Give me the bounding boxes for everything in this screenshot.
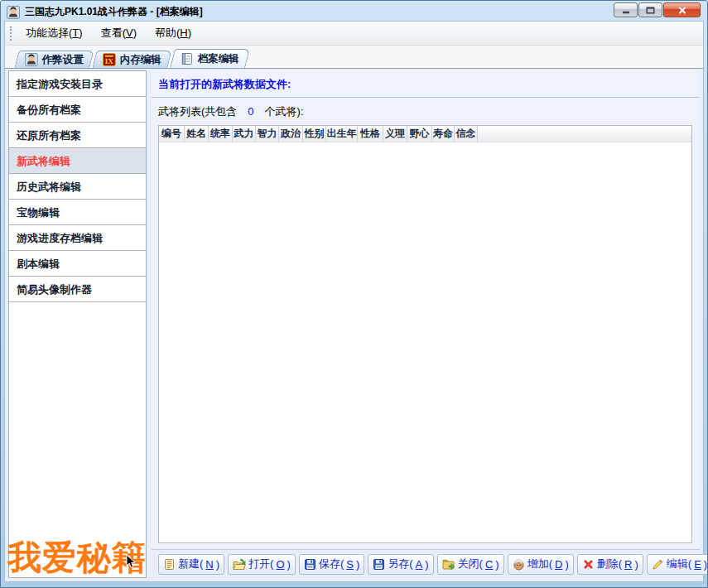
delete-x-icon [582, 558, 595, 571]
button-label: ) [356, 558, 359, 571]
column-header-politics[interactable]: 政治 [279, 126, 303, 142]
sidebar-item-portrait-maker[interactable]: 简易头像制作器 [9, 277, 146, 302]
button-label: ) [425, 558, 428, 571]
footer-toolbar: 新建(N) 打开(O) 保存(S) 另存(A) [152, 550, 700, 578]
content-area: 指定游戏安装目录 备份所有档案 还原所有档案 新武将编辑 历史武将编辑 宝物编辑… [5, 68, 703, 581]
tab-strip: 作弊设置 IX 内存编辑 档案编辑 [5, 46, 703, 68]
column-header-gender[interactable]: 性别 [303, 126, 326, 142]
officer-table: 编号 姓名 统率 武力 智力 政治 性别 出生年 性格 义理 野心 寿命 信念 [158, 125, 692, 543]
close-button[interactable] [663, 2, 701, 17]
column-header-filler [478, 126, 691, 142]
menu-label: 查看( [101, 27, 126, 39]
game-logo-icon: IX [103, 53, 116, 66]
minimize-icon [622, 7, 630, 14]
add-officer-icon [513, 558, 525, 571]
column-header-lifespan[interactable]: 寿命 [432, 126, 455, 142]
svg-text:IX: IX [105, 57, 114, 65]
button-mnemonic: O [276, 558, 284, 571]
tab-cheat-settings[interactable]: 作弊设置 [14, 51, 94, 68]
sidebar-item-treasure-edit[interactable]: 宝物编辑 [9, 200, 146, 225]
officer-list-label: 武将列表(共包含0个武将): [152, 98, 700, 123]
sidebar-item-install-dir[interactable]: 指定游戏安装目录 [9, 71, 146, 97]
tab-archive-edit[interactable]: 档案编辑 [170, 49, 250, 68]
tab-label: 档案编辑 [198, 52, 239, 66]
button-label: 编辑( [667, 557, 691, 571]
button-label: 保存( [319, 557, 344, 571]
button-label: 增加( [527, 557, 552, 571]
character-portrait-icon [25, 53, 38, 66]
menu-label: 功能选择( [26, 27, 72, 39]
tab-memory-edit[interactable]: IX 内存编辑 [92, 51, 171, 68]
sidebar-item-new-officer-edit[interactable]: 新武将编辑 [9, 148, 146, 174]
column-header-intellect[interactable]: 智力 [256, 126, 279, 142]
button-mnemonic: R [624, 558, 632, 571]
sidebar-item-savegame-edit[interactable]: 游戏进度存档编辑 [9, 225, 146, 251]
button-label: ) [495, 558, 498, 571]
table-header-row: 编号 姓名 统率 武力 智力 政治 性别 出生年 性格 义理 野心 寿命 信念 [159, 126, 691, 142]
open-folder-icon [233, 558, 246, 571]
maximize-icon [646, 7, 655, 14]
sidebar-item-scenario-edit[interactable]: 剧本编辑 [9, 251, 146, 277]
table-body-empty[interactable] [159, 142, 691, 542]
button-label: 删除( [597, 557, 622, 571]
edit-button[interactable]: 编辑(E) [647, 554, 708, 575]
button-mnemonic: A [416, 558, 423, 571]
column-header-personality[interactable]: 性格 [358, 126, 383, 142]
sidebar-item-history-officer-edit[interactable]: 历史武将编辑 [9, 174, 146, 200]
save-as-button[interactable]: 另存(A) [368, 554, 433, 575]
close-file-icon [442, 558, 455, 571]
button-mnemonic: S [346, 558, 354, 571]
column-header-name[interactable]: 姓名 [185, 126, 209, 142]
button-mnemonic: D [555, 558, 562, 571]
button-label: ) [287, 558, 291, 571]
column-header-birth-year[interactable]: 出生年 [326, 126, 358, 142]
button-label: 关闭( [458, 557, 483, 571]
column-header-honor[interactable]: 义理 [383, 126, 407, 142]
window-body: 功能选择(T) 查看(V) 帮助(H) 作弊设置 IX [4, 21, 704, 582]
officer-count: 0 [248, 105, 253, 118]
button-label: 另存( [388, 557, 412, 571]
column-header-number[interactable]: 编号 [159, 126, 185, 142]
menu-mnemonic: V [126, 27, 133, 39]
button-label: 打开( [248, 557, 273, 571]
menu-view[interactable]: 查看(V) [92, 22, 146, 45]
current-file-label: 当前打开的新武将数据文件: [152, 70, 700, 97]
close-icon [678, 7, 686, 14]
button-label: 新建( [178, 557, 203, 571]
button-mnemonic: C [485, 558, 493, 571]
maximize-button[interactable] [638, 2, 662, 17]
save-button[interactable]: 保存(S) [299, 554, 364, 575]
column-header-war[interactable]: 武力 [233, 126, 256, 142]
tab-label: 内存编辑 [120, 53, 161, 67]
new-document-icon [163, 558, 176, 571]
menu-help[interactable]: 帮助(H) [146, 22, 200, 45]
save-as-disk-icon [373, 558, 385, 571]
sidebar-item-restore-archives[interactable]: 还原所有档案 [9, 123, 146, 148]
minimize-button[interactable] [614, 2, 638, 17]
toolbar-grip[interactable] [10, 27, 12, 41]
menu-label: ) [133, 27, 137, 39]
save-disk-icon [304, 558, 316, 571]
column-header-leadership[interactable]: 统率 [209, 126, 233, 142]
column-header-ambition[interactable]: 野心 [407, 126, 432, 142]
menu-mnemonic: H [180, 27, 187, 39]
delete-button[interactable]: 删除(R) [577, 554, 643, 575]
list-label-text: 武将列表(共包含 [158, 105, 237, 118]
new-button[interactable]: 新建(N) [158, 554, 224, 575]
app-portrait-icon [7, 6, 20, 19]
title-bar[interactable]: 三国志九PK1.01战斗作弊器 - [档案编辑] [1, 1, 707, 21]
mouse-cursor-icon [126, 554, 137, 569]
window-title: 三国志九PK1.01战斗作弊器 - [档案编辑] [25, 5, 203, 19]
button-mnemonic: E [694, 558, 701, 571]
menu-bar: 功能选择(T) 查看(V) 帮助(H) [5, 22, 703, 46]
menu-function-select[interactable]: 功能选择(T) [17, 22, 92, 45]
button-mnemonic: N [205, 558, 213, 571]
menu-label: 帮助( [155, 27, 180, 39]
button-label: ) [704, 558, 707, 571]
close-file-button[interactable]: 关闭(C) [437, 554, 504, 575]
sidebar: 指定游戏安装目录 备份所有档案 还原所有档案 新武将编辑 历史武将编辑 宝物编辑… [8, 70, 147, 578]
column-header-belief[interactable]: 信念 [455, 126, 478, 142]
sidebar-item-backup-archives[interactable]: 备份所有档案 [9, 97, 146, 123]
add-button[interactable]: 增加(D) [508, 554, 574, 575]
open-button[interactable]: 打开(O) [228, 554, 296, 575]
